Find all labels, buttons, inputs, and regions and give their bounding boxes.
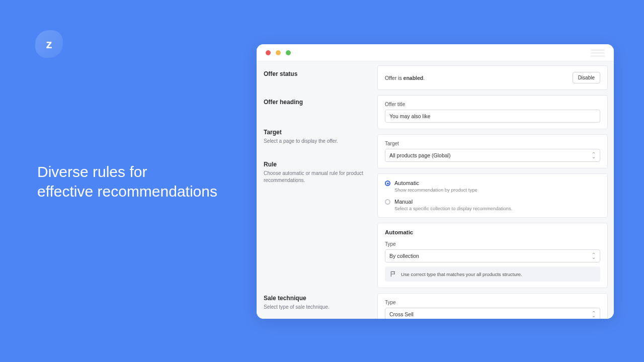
type-value: By collection (389, 253, 419, 259)
panel-rule: Automatic Show recommendation by product… (377, 173, 608, 218)
target-value: All products page (Global) (389, 152, 450, 158)
radio-desc: Select a specific collection to display … (394, 206, 512, 211)
panel-status: Offer is enabled. Disable (377, 65, 608, 90)
panel-technique: Type Cross Sell ⌃⌄ (377, 293, 608, 319)
section-technique: Sale technique Select type of sale techn… (264, 295, 370, 311)
titlebar (257, 44, 614, 61)
status-state: enabled (404, 75, 424, 81)
content-area: Offer status Offer heading Target Select… (257, 61, 614, 319)
flag-icon (390, 270, 397, 278)
technique-value: Cross Sell (389, 311, 414, 317)
radio-automatic[interactable]: Automatic Show recommendation by product… (385, 180, 600, 193)
section-title: Offer status (264, 70, 370, 77)
section-title: Target (264, 129, 370, 136)
technique-label: Type (385, 300, 600, 305)
radio-icon (385, 199, 390, 205)
section-title: Offer heading (264, 99, 370, 106)
hint-text: Use correct type that matches your all p… (401, 272, 522, 277)
section-desc: Choose automatic or manual rule for prod… (264, 170, 370, 184)
target-select[interactable]: All products page (Global) ⌃⌄ (385, 149, 600, 162)
type-select[interactable]: By collection ⌃⌄ (385, 249, 600, 262)
minimize-icon[interactable] (276, 50, 281, 55)
section-status: Offer status (264, 70, 370, 77)
section-target: Target Select a page to display the offe… (264, 129, 370, 145)
sidebar: Offer status Offer heading Target Select… (257, 61, 377, 319)
brand-logo: z (35, 30, 63, 58)
section-title: Rule (264, 161, 370, 168)
section-heading: Offer heading (264, 99, 370, 106)
automatic-subtitle: Automatic (385, 229, 600, 235)
radio-title: Manual (394, 199, 512, 205)
hero-line2: effective recommendations (37, 182, 217, 201)
hero-headline: Diverse rules for effective recommendati… (37, 162, 217, 201)
status-prefix: Offer is (385, 75, 404, 81)
offer-title-label: Offer title (385, 102, 600, 107)
section-title: Sale technique (264, 295, 370, 302)
type-label: Type (385, 241, 600, 247)
radio-icon (385, 180, 390, 186)
app-window: Offer status Offer heading Target Select… (257, 44, 614, 319)
section-desc: Select type of sale technique. (264, 304, 370, 311)
technique-select[interactable]: Cross Sell ⌃⌄ (385, 308, 600, 319)
window-controls (266, 50, 291, 55)
target-label: Target (385, 141, 600, 146)
radio-manual[interactable]: Manual Select a specific collection to d… (385, 199, 600, 211)
radio-desc: Show recommendation by product type (394, 187, 477, 193)
maximize-icon[interactable] (286, 50, 291, 55)
panel-automatic: Automatic Type By collection ⌃⌄ Use corr… (377, 223, 608, 288)
section-desc: Select a page to display the offer. (264, 138, 370, 145)
section-rule: Rule Choose automatic or manual rule for… (264, 161, 370, 184)
status-suffix: . (423, 75, 425, 81)
panel-title: Offer title (377, 95, 608, 129)
radio-title: Automatic (394, 180, 477, 186)
chevron-updown-icon: ⌃⌄ (592, 153, 596, 158)
disable-button[interactable]: Disable (573, 72, 600, 83)
panel-target: Target All products page (Global) ⌃⌄ (377, 134, 608, 168)
main-column: Offer is enabled. Disable Offer title Ta… (377, 61, 614, 319)
offer-status-text: Offer is enabled. (385, 75, 425, 81)
chevron-updown-icon: ⌃⌄ (592, 312, 596, 317)
hero-line1: Diverse rules for (37, 162, 217, 182)
close-icon[interactable] (266, 50, 271, 55)
hint-box: Use correct type that matches your all p… (385, 266, 600, 282)
offer-title-input[interactable] (385, 110, 600, 123)
chevron-updown-icon: ⌃⌄ (592, 253, 596, 258)
brand-letter: z (46, 37, 52, 51)
menu-icon[interactable] (591, 49, 605, 57)
